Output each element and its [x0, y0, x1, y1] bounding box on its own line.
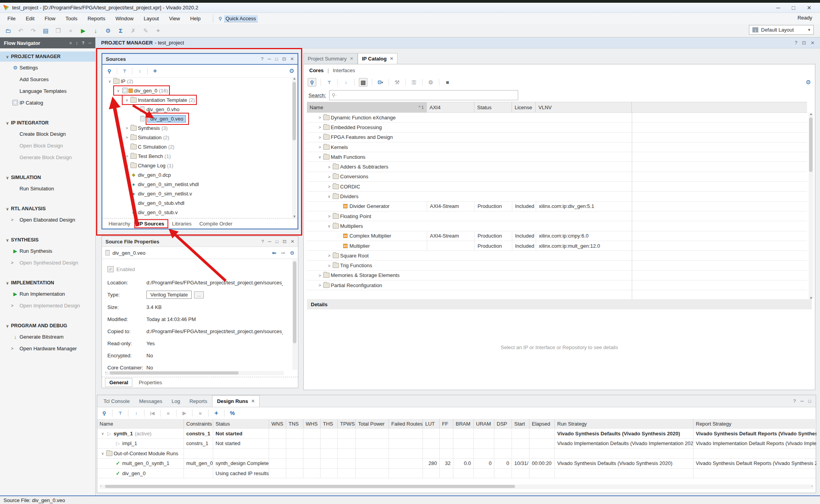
- tab-hierarchy[interactable]: Hierarchy: [105, 220, 134, 227]
- column-header-tns[interactable]: TNS: [286, 419, 303, 428]
- column-header-elapsed[interactable]: Elapsed: [529, 419, 555, 428]
- tree-chevron-icon[interactable]: >: [317, 283, 323, 287]
- delete-button[interactable]: ×: [66, 27, 75, 35]
- license-key-icon[interactable]: ⚿: [410, 78, 418, 86]
- tree-chevron-icon[interactable]: ∨: [115, 89, 121, 93]
- menu-item-reports[interactable]: Reports: [82, 14, 111, 23]
- subtab-cores[interactable]: Cores: [309, 67, 324, 73]
- sidebar-item-open-elaborated-design[interactable]: >Open Elaborated Design: [0, 214, 95, 225]
- subtab-interfaces[interactable]: Interfaces: [333, 67, 355, 73]
- tab-compile-order[interactable]: Compile Order: [196, 220, 235, 227]
- help-icon[interactable]: ?: [793, 399, 795, 403]
- column-header-ff[interactable]: FF: [440, 419, 453, 428]
- tab-libraries[interactable]: Libraries: [169, 220, 195, 227]
- percent-icon[interactable]: %: [228, 409, 236, 417]
- tab-messages[interactable]: Messages: [134, 396, 167, 407]
- tree-item-ip[interactable]: ∨IP(2): [102, 76, 291, 86]
- sidebar-item-run-implementation[interactable]: ▶Run Implementation: [0, 288, 95, 300]
- column-header-name[interactable]: Name: [97, 419, 184, 428]
- tree-chevron-icon[interactable]: ∨: [107, 79, 113, 83]
- sidebar-item-generate-block-design[interactable]: Generate Block Design: [0, 151, 95, 163]
- undo-button[interactable]: ↶: [16, 27, 25, 35]
- chevron-right-icon[interactable]: >: [11, 303, 16, 308]
- catalog-row-math-functions[interactable]: ∨Math Functions: [307, 152, 807, 162]
- gear-icon[interactable]: ⚙: [806, 79, 811, 86]
- play-run-icon[interactable]: ▶: [180, 409, 188, 417]
- column-header-name[interactable]: Name^ 1: [307, 102, 427, 112]
- tree-chevron-icon[interactable]: >: [317, 145, 323, 149]
- expand-all-icon[interactable]: ↕: [132, 409, 140, 417]
- catalog-row-partial-reconfiguration[interactable]: >Partial Reconfiguration: [307, 280, 807, 290]
- sfp-scrollbar[interactable]: [292, 260, 297, 370]
- menu-item-help[interactable]: Help: [185, 14, 206, 23]
- catalog-row-cordic[interactable]: >CORDIC: [307, 182, 807, 192]
- tree-chevron-icon[interactable]: >: [326, 174, 332, 179]
- enabled-checkbox[interactable]: ✓: [107, 266, 114, 272]
- tree-chevron-icon[interactable]: >: [317, 125, 323, 130]
- report-button[interactable]: ▤: [41, 27, 50, 35]
- sidebar-item-open-block-design[interactable]: Open Block Design: [0, 140, 95, 151]
- catalog-row-multipliers[interactable]: ∨Multipliers: [307, 221, 807, 231]
- sources-scrollbar[interactable]: ▲ ▼: [292, 77, 297, 218]
- highlight-button[interactable]: ✦: [154, 27, 162, 35]
- gear-outline-icon[interactable]: ⚙: [427, 78, 435, 86]
- column-header-wns[interactable]: WNS: [269, 419, 286, 428]
- sidebar-item-ip-catalog[interactable]: IP Catalog: [0, 97, 95, 108]
- forward-icon[interactable]: ⇒: [281, 250, 285, 256]
- tab-general[interactable]: General: [105, 378, 132, 387]
- tab-ip-catalog[interactable]: IP Catalog✕: [358, 53, 398, 64]
- catalog-row-trig-functions[interactable]: >Trig Functions: [307, 261, 807, 270]
- sidebar-section-simulation[interactable]: ∨SIMULATION: [0, 172, 95, 183]
- minimize-icon[interactable]: ─: [800, 399, 804, 403]
- close-button[interactable]: ✕: [807, 5, 811, 11]
- close-tab-icon[interactable]: ✕: [390, 56, 393, 61]
- tree-chevron-icon[interactable]: >: [124, 135, 130, 140]
- tree-item-div-gen-0-stub-v[interactable]: ●div_gen_0_stub.v: [102, 208, 291, 217]
- tree-item-change-log[interactable]: >Change Log(1): [102, 161, 291, 170]
- column-header-vlnv[interactable]: VLNV: [536, 102, 632, 112]
- column-header-failed-routes[interactable]: Failed Routes: [389, 419, 423, 428]
- menu-item-view[interactable]: View: [164, 14, 185, 23]
- search-icon[interactable]: ⚲: [308, 78, 316, 87]
- menu-item-file[interactable]: File: [2, 14, 21, 23]
- column-header-tpws[interactable]: TPWS: [338, 419, 356, 428]
- tree-chevron-icon[interactable]: >: [317, 115, 323, 120]
- menu-item-window[interactable]: Window: [111, 14, 139, 23]
- sidebar-item-language-templates[interactable]: Language Templates: [0, 85, 95, 97]
- filter-incompatible-icon[interactable]: ▧: [359, 78, 367, 87]
- sidebar-item-generate-bitstream[interactable]: ↓Generate Bitstream: [0, 331, 95, 343]
- column-header-constraints[interactable]: Constraints: [184, 419, 213, 428]
- column-header-status[interactable]: Status: [474, 102, 512, 112]
- collapse-all-icon[interactable]: ≡: [70, 41, 72, 45]
- run-row-impl-1[interactable]: ▷impl_1constrs_1Not startedVivado Implem…: [97, 439, 816, 449]
- minimize-panel-icon[interactable]: ─: [88, 41, 91, 45]
- tree-item-test-bench[interactable]: >Test Bench(1): [102, 151, 291, 161]
- column-header-license[interactable]: License: [512, 102, 536, 112]
- back-icon[interactable]: ⇐: [272, 250, 276, 256]
- minimize-icon[interactable]: ─: [268, 239, 271, 244]
- column-header-start[interactable]: Start: [512, 419, 529, 428]
- redo-button[interactable]: ↷: [29, 27, 37, 35]
- menu-item-flow[interactable]: Flow: [39, 14, 60, 23]
- tab-tcl-console[interactable]: Tcl Console: [99, 396, 134, 407]
- sidebar-item-settings[interactable]: ⚙Settings: [0, 62, 95, 73]
- chevron-right-icon[interactable]: >: [11, 346, 16, 351]
- tree-chevron-icon[interactable]: >: [326, 214, 332, 218]
- menu-item-tools[interactable]: Tools: [61, 14, 82, 23]
- sidebar-section-program-and-debug[interactable]: ∨PROGRAM AND DEBUG: [0, 321, 95, 331]
- column-header-lut[interactable]: LUT: [423, 419, 440, 428]
- catalog-row-fpga-features-and-design[interactable]: >FPGA Features and Design: [307, 133, 807, 142]
- menu-item-edit[interactable]: Edit: [21, 14, 39, 23]
- tab-project-summary[interactable]: Project Summary✕: [303, 53, 358, 64]
- close-tab-icon[interactable]: ✕: [350, 56, 353, 61]
- catalog-row-embedded-processing[interactable]: >Embedded Processing: [307, 122, 807, 132]
- tree-item-div-gen-0-sim-netlist-v[interactable]: ●div_gen_0_sim_netlist.v: [102, 189, 291, 198]
- tree-item-div-gen-0-vho[interactable]: div_gen_0.vho: [102, 105, 291, 114]
- catalog-row-multiplier[interactable]: MultiplierProductionIncludedxilinx.com:i…: [307, 241, 807, 251]
- sidebar-section-implementation[interactable]: ∨IMPLEMENTATION: [0, 278, 95, 288]
- tab-properties[interactable]: Properties: [135, 378, 166, 387]
- tree-item-div-gen-0-dcp[interactable]: ◆div_gen_0.dcp: [102, 170, 291, 179]
- tree-chevron-icon[interactable]: ∨: [317, 155, 323, 159]
- tree-chevron-icon[interactable]: >: [317, 135, 323, 140]
- tree-item-instantiation-template[interactable]: ∨Instantiation Template(2): [102, 95, 291, 105]
